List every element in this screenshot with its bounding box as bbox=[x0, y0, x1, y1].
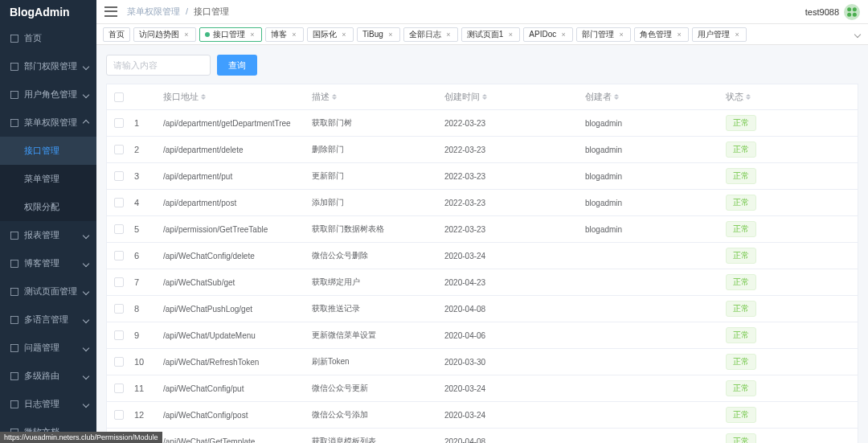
sidebar-item[interactable]: 测试页面管理 bbox=[0, 277, 96, 306]
tab[interactable]: 国际化× bbox=[307, 27, 354, 42]
table-row[interactable]: 4 /api/department/post 添加部门 2022-03-23 b… bbox=[107, 190, 858, 216]
hamburger-icon[interactable] bbox=[104, 6, 117, 18]
search-input[interactable] bbox=[106, 55, 211, 76]
tab[interactable]: 测试页面1× bbox=[461, 27, 521, 42]
tab-label: 博客 bbox=[271, 29, 287, 40]
tab-label: 访问趋势图 bbox=[139, 29, 179, 40]
close-icon[interactable]: × bbox=[248, 31, 256, 39]
sidebar-item[interactable]: 用户角色管理 bbox=[0, 80, 96, 109]
svg-rect-6 bbox=[11, 288, 18, 295]
sidebar-item[interactable]: 日志管理 bbox=[0, 390, 96, 418]
sort-icon[interactable] bbox=[746, 94, 751, 100]
table-row[interactable]: 2 /api/department/delete 删除部门 2022-03-23… bbox=[107, 137, 858, 163]
column-creator[interactable]: 创建者 bbox=[580, 84, 721, 109]
tab[interactable]: 用户管理× bbox=[692, 27, 747, 42]
cell-status: 正常 bbox=[721, 216, 858, 242]
sidebar-subitem[interactable]: 权限分配 bbox=[0, 193, 96, 221]
table-row[interactable]: 9 /api/WeChat/UpdateMenu 更新微信菜单设置 2020-0… bbox=[107, 322, 858, 349]
table-row[interactable]: 7 /api/WeChatSub/get 获取绑定用户 2020-04-23 正… bbox=[107, 269, 858, 296]
table-row[interactable]: 1 /api/department/getDepartmentTree 获取部门… bbox=[107, 110, 858, 137]
tabs-bar: 首页访问趋势图×接口管理×博客×国际化×TiBug×全部日志×测试页面1×API… bbox=[96, 24, 868, 45]
row-checkbox[interactable] bbox=[114, 304, 124, 314]
column-date[interactable]: 创建时间 bbox=[440, 84, 580, 109]
tab[interactable]: 全部日志× bbox=[403, 27, 458, 42]
sidebar-item[interactable]: 多语言管理 bbox=[0, 306, 96, 334]
tab[interactable]: 访问趋势图× bbox=[133, 27, 196, 42]
table-row[interactable]: 12 /api/WeChatConfig/post 微信公众号添加 2020-0… bbox=[107, 402, 858, 429]
close-icon[interactable]: × bbox=[387, 31, 395, 39]
table-row[interactable]: 11 /api/WeChatConfig/put 微信公众号更新 2020-03… bbox=[107, 375, 858, 402]
close-icon[interactable]: × bbox=[290, 31, 298, 39]
sort-icon[interactable] bbox=[482, 94, 487, 100]
table-row[interactable]: 10 /api/WeChat/RefreshToken 刷新Token 2020… bbox=[107, 349, 858, 375]
search-button[interactable]: 查询 bbox=[217, 55, 257, 76]
sidebar-item-label: 菜单权限管理 bbox=[24, 117, 77, 129]
cell-status: 正常 bbox=[721, 269, 858, 295]
sort-icon[interactable] bbox=[332, 94, 337, 100]
cell-seq: 5 bbox=[131, 219, 158, 239]
cell-desc: 刷新Token bbox=[307, 351, 440, 372]
table-row[interactable]: 8 /api/WeChatPushLog/get 获取推送记录 2020-04-… bbox=[107, 296, 858, 322]
close-icon[interactable]: × bbox=[733, 31, 741, 39]
status-badge: 正常 bbox=[726, 142, 756, 158]
sidebar-subitem[interactable]: 接口管理 bbox=[0, 137, 96, 165]
row-checkbox[interactable] bbox=[114, 357, 124, 367]
svg-rect-7 bbox=[11, 316, 18, 323]
sidebar-item[interactable]: 菜单权限管理 bbox=[0, 109, 96, 137]
close-icon[interactable]: × bbox=[617, 31, 625, 39]
cell-url: /api/department/delete bbox=[158, 141, 307, 159]
row-checkbox[interactable] bbox=[114, 145, 124, 154]
sidebar-item[interactable]: 报表管理 bbox=[0, 221, 96, 249]
row-checkbox[interactable] bbox=[114, 118, 124, 128]
row-checkbox[interactable] bbox=[114, 384, 124, 393]
cell-creator bbox=[580, 357, 721, 367]
svg-point-16 bbox=[853, 12, 857, 16]
status-badge: 正常 bbox=[726, 168, 756, 184]
sort-icon[interactable] bbox=[201, 94, 206, 100]
row-checkbox[interactable] bbox=[114, 330, 124, 340]
sidebar-subitem[interactable]: 菜单管理 bbox=[0, 165, 96, 193]
column-status[interactable]: 状态 bbox=[721, 84, 858, 109]
row-checkbox[interactable] bbox=[114, 224, 124, 234]
sidebar-item[interactable]: 部门权限管理 bbox=[0, 52, 96, 80]
tab[interactable]: 角色管理× bbox=[634, 27, 689, 42]
tab[interactable]: 部门管理× bbox=[576, 27, 631, 42]
row-checkbox[interactable] bbox=[114, 171, 124, 181]
tabs-dropdown[interactable] bbox=[854, 31, 862, 39]
sidebar-item[interactable]: 问题管理 bbox=[0, 334, 96, 362]
table-row[interactable]: 3 /api/department/put 更新部门 2022-03-23 bl… bbox=[107, 163, 858, 190]
tab[interactable]: TiBug× bbox=[357, 27, 400, 42]
sort-icon[interactable] bbox=[614, 94, 619, 100]
sidebar-item[interactable]: 博客管理 bbox=[0, 249, 96, 277]
row-checkbox[interactable] bbox=[114, 277, 124, 287]
tab[interactable]: 首页 bbox=[103, 27, 130, 42]
sidebar-item[interactable]: 首页 bbox=[0, 24, 96, 52]
sidebar-item[interactable]: 多级路由 bbox=[0, 362, 96, 390]
breadcrumb-parent[interactable]: 菜单权限管理 bbox=[127, 6, 180, 16]
status-bar-url: https://vueadmin.neters.club/Permission/… bbox=[0, 432, 162, 443]
cell-status: 正常 bbox=[721, 429, 858, 443]
close-icon[interactable]: × bbox=[182, 31, 190, 39]
cell-url: /api/department/post bbox=[158, 194, 307, 212]
tab[interactable]: 接口管理× bbox=[199, 27, 262, 42]
row-checkbox[interactable] bbox=[114, 410, 124, 420]
row-checkbox[interactable] bbox=[114, 198, 124, 207]
close-icon[interactable]: × bbox=[559, 31, 567, 39]
close-icon[interactable]: × bbox=[675, 31, 683, 39]
cell-date: 2020-04-08 bbox=[440, 433, 580, 444]
user-menu[interactable]: test9088 bbox=[805, 4, 860, 20]
cell-url: /api/WeChatSub/get bbox=[158, 273, 307, 292]
cell-desc: 微信公众号删除 bbox=[307, 245, 440, 266]
tab[interactable]: APIDoc× bbox=[523, 27, 573, 42]
close-icon[interactable]: × bbox=[340, 31, 348, 39]
close-icon[interactable]: × bbox=[444, 31, 452, 39]
table-row[interactable]: 6 /api/WeChatConfig/delete 微信公众号删除 2020-… bbox=[107, 243, 858, 269]
close-icon[interactable]: × bbox=[506, 31, 514, 39]
select-all-checkbox[interactable] bbox=[114, 92, 124, 102]
tab[interactable]: 博客× bbox=[265, 27, 304, 42]
column-desc[interactable]: 描述 bbox=[307, 84, 440, 109]
table-row[interactable]: 13 /api/WeChat/GetTemplate 获取消息模板列表 2020… bbox=[107, 429, 858, 443]
column-url[interactable]: 接口地址 bbox=[158, 84, 307, 109]
row-checkbox[interactable] bbox=[114, 251, 124, 260]
table-row[interactable]: 5 /api/permission/GetTreeTable 获取部门数据树表格… bbox=[107, 216, 858, 243]
